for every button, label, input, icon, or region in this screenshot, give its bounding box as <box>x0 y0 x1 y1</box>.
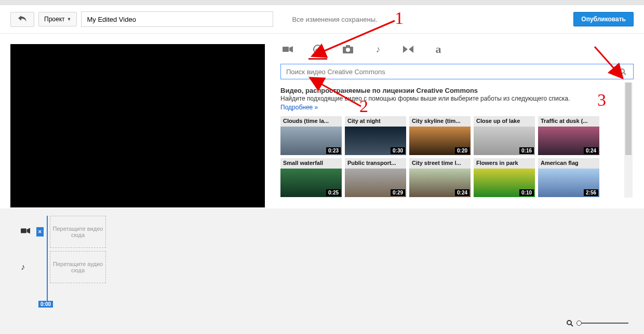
cc-heading: Видео, распространяемые по лицензии Crea… <box>280 87 621 94</box>
clip-item[interactable]: American flag2:56 <box>538 158 599 197</box>
svg-point-9 <box>567 321 571 325</box>
save-status: Все изменения сохранены. <box>292 16 377 23</box>
title-input[interactable] <box>81 11 273 27</box>
project-label: Проект <box>44 16 65 23</box>
letter-a-icon: a <box>436 43 441 56</box>
tracks: ✕ Перетащите видео сюда ♪ Перетащите ауд… <box>21 216 623 283</box>
clip-thumbnail: 0:25 <box>280 169 342 197</box>
tab-transitions[interactable] <box>403 44 413 54</box>
clip-duration: 0:20 <box>455 147 469 154</box>
zoom-slider[interactable] <box>576 323 628 324</box>
clip-duration: 0:30 <box>391 147 405 154</box>
clip-item[interactable]: City street time l...0:24 <box>409 158 471 197</box>
svg-rect-4 <box>346 45 350 47</box>
svg-rect-8 <box>21 229 26 233</box>
clip-item[interactable]: City skyline (tim...0:20 <box>409 116 471 155</box>
music-note-icon: ♪ <box>376 44 381 55</box>
zoom-control <box>566 319 628 327</box>
clip-title: Traffic at dusk (... <box>538 116 599 127</box>
clip-duration: 0:10 <box>519 189 534 196</box>
clip-title: City at night <box>345 116 406 127</box>
top-divider <box>0 0 644 5</box>
clip-duration: 0:25 <box>326 189 341 196</box>
reply-arrow-icon <box>18 16 26 22</box>
clip-duration: 0:23 <box>326 147 341 154</box>
svg-point-5 <box>346 48 350 52</box>
clip-title: City skyline (tim... <box>409 116 471 127</box>
back-button[interactable] <box>10 12 34 27</box>
video-preview[interactable] <box>10 44 265 207</box>
scrollbar-thumb[interactable] <box>625 82 632 155</box>
clip-thumbnail: 0:29 <box>345 169 406 197</box>
clip-title: Close up of lake <box>474 116 535 127</box>
clip-duration: 2:56 <box>584 189 598 196</box>
clip-title: American flag <box>538 158 599 169</box>
video-track: ✕ Перетащите видео сюда <box>21 216 623 248</box>
svg-line-7 <box>624 73 626 75</box>
project-dropdown[interactable]: Проект ▼ <box>38 12 77 26</box>
clip-thumbnail: 0:20 <box>409 127 471 155</box>
clip-duration: 0:24 <box>584 147 598 154</box>
publish-button[interactable]: Опубликовать <box>573 12 634 26</box>
camcorder-icon <box>21 227 30 236</box>
tab-photos[interactable] <box>343 44 353 54</box>
clip-item[interactable]: Small waterfall0:25 <box>280 158 342 197</box>
clip-duration: 0:29 <box>391 189 405 196</box>
clip-item[interactable]: Traffic at dusk (...0:24 <box>538 116 599 155</box>
clip-title: Clouds (time la... <box>280 116 342 127</box>
clip-thumbnail: 2:56 <box>538 169 599 197</box>
main: cc ♪ a Видео, распространяемые по лиценз… <box>0 34 644 207</box>
search-bar <box>280 64 634 79</box>
tab-titles[interactable]: a <box>433 44 444 54</box>
search-input[interactable] <box>281 64 612 79</box>
clip-item[interactable]: City at night0:30 <box>345 116 406 155</box>
cc-icon: cc <box>313 45 323 54</box>
bowtie-icon <box>403 46 413 53</box>
svg-point-6 <box>620 69 624 73</box>
clip-grid: Clouds (time la...0:23City at night0:30C… <box>280 116 621 198</box>
tab-audio[interactable]: ♪ <box>373 44 383 54</box>
tab-creative-commons[interactable]: cc <box>313 44 323 54</box>
tool-tabs: cc ♪ a <box>280 44 634 60</box>
clip-item[interactable]: Flowers in park0:10 <box>474 158 535 197</box>
svg-rect-0 <box>283 47 289 52</box>
clip-thumbnail: 0:10 <box>474 169 535 197</box>
clip-thumbnail: 0:30 <box>345 127 406 155</box>
tab-my-videos[interactable] <box>283 44 293 54</box>
clip-thumbnail: 0:23 <box>280 127 342 155</box>
clip-title: Small waterfall <box>280 158 342 169</box>
search-button[interactable] <box>612 64 633 79</box>
audio-drop-zone[interactable]: Перетащите аудио сюда <box>50 251 106 283</box>
camera-icon <box>343 45 353 53</box>
cc-description: Найдите подходящие видео с помощью формы… <box>280 94 621 103</box>
vertical-scrollbar[interactable] <box>624 82 633 198</box>
timeline: 0:00 ✕ Перетащите видео сюда ♪ Перетащит… <box>0 208 644 334</box>
clip-duration: 0:24 <box>455 189 469 196</box>
clip-thumbnail: 0:24 <box>409 169 471 197</box>
more-link[interactable]: Подробнее » <box>280 104 318 111</box>
music-note-icon: ♪ <box>21 262 30 272</box>
svg-text:cc: cc <box>315 47 320 52</box>
clip-title: Flowers in park <box>474 158 535 169</box>
clip-item[interactable]: Clouds (time la...0:23 <box>280 116 342 155</box>
cc-scroll-pane: Видео, распространяемые по лицензии Crea… <box>280 82 634 198</box>
header: Проект ▼ Все изменения сохранены. Опубли… <box>0 5 644 34</box>
search-icon <box>566 319 573 327</box>
zoom-thumb[interactable] <box>576 321 582 326</box>
clip-thumbnail: 0:24 <box>538 127 599 155</box>
clip-item[interactable]: Close up of lake0:16 <box>474 116 535 155</box>
transition-marker[interactable]: ✕ <box>36 227 44 236</box>
video-drop-zone[interactable]: Перетащите видео сюда <box>50 216 106 248</box>
clip-title: Public transport... <box>345 158 406 169</box>
search-icon <box>619 68 626 75</box>
clip-title: City street time l... <box>409 158 471 169</box>
clip-duration: 0:16 <box>519 147 534 154</box>
svg-line-10 <box>571 324 573 326</box>
caret-down-icon: ▼ <box>67 17 72 22</box>
camcorder-icon <box>283 46 293 53</box>
right-panel: cc ♪ a Видео, распространяемые по лиценз… <box>280 44 644 207</box>
audio-track: ♪ Перетащите аудио сюда <box>21 251 623 283</box>
playhead-line[interactable] <box>47 216 48 304</box>
clip-item[interactable]: Public transport...0:29 <box>345 158 406 197</box>
playhead-time: 0:00 <box>38 301 53 308</box>
